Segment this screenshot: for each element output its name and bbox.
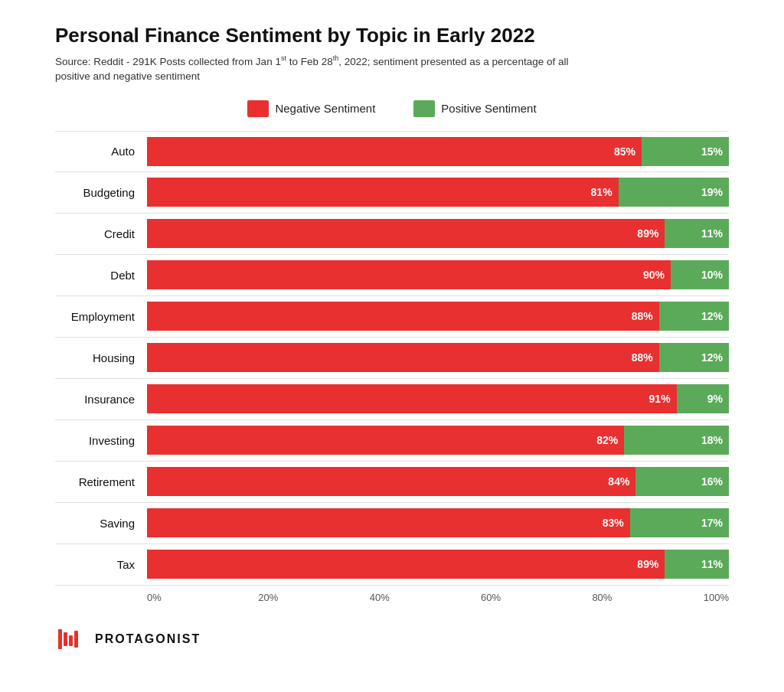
bar-label: Credit (55, 227, 147, 240)
x-tick: 80% (592, 592, 703, 603)
x-tick: 60% (481, 592, 592, 603)
chart-title: Personal Finance Sentiment by Topic in E… (55, 24, 729, 47)
bar-label: Auto (55, 145, 147, 158)
bar-negative-pct: 81% (591, 186, 612, 198)
bar-negative: 91% (147, 384, 677, 413)
subtitle-sup1: st (281, 54, 286, 62)
legend-positive: Positive Sentiment (413, 100, 536, 117)
bar-negative-pct: 88% (632, 310, 653, 322)
logo-icon (55, 625, 84, 654)
bar-positive: 12% (659, 343, 729, 372)
bar-positive-pct: 17% (701, 517, 723, 529)
subtitle-text2: to Feb 28 (286, 55, 333, 67)
bar-negative: 84% (147, 467, 635, 496)
bar-negative: 88% (147, 302, 659, 331)
bar-track: 89%11% (147, 550, 729, 579)
bar-positive-pct: 10% (701, 269, 723, 281)
bar-positive: 18% (624, 426, 729, 455)
bar-positive-pct: 15% (701, 145, 723, 158)
bar-label: Housing (55, 351, 147, 364)
bar-negative-pct: 89% (637, 227, 658, 240)
chart-subtitle: Source: Reddit - 291K Posts collected fr… (55, 54, 576, 85)
bar-label: Tax (55, 558, 147, 571)
bar-track: 88%12% (147, 302, 729, 331)
bar-positive: 17% (630, 508, 729, 537)
x-tick: 100% (704, 592, 729, 603)
bar-label: Investing (55, 434, 147, 447)
bar-positive-pct: 16% (701, 475, 723, 488)
chart-footer: PROTAGONIST (55, 625, 729, 654)
bar-track: 89%11% (147, 219, 729, 248)
x-tick: 20% (258, 592, 369, 603)
svg-rect-1 (64, 632, 67, 646)
bar-track: 91%9% (147, 384, 729, 413)
bar-row: Credit89%11% (55, 214, 729, 255)
x-tick: 0% (147, 592, 258, 603)
bar-row: Auto85%15% (55, 131, 729, 172)
bar-positive: 16% (635, 467, 729, 496)
bar-positive-pct: 12% (701, 351, 723, 364)
bar-positive-pct: 11% (701, 558, 723, 570)
bar-positive: 9% (677, 384, 729, 413)
bar-negative-pct: 89% (637, 558, 658, 570)
bar-positive: 15% (642, 137, 729, 166)
chart-bars: Auto85%15%Budgeting81%19%Credit89%11%Deb… (55, 131, 729, 586)
legend-negative-label: Negative Sentiment (275, 102, 375, 115)
bar-row: Housing88%12% (55, 338, 729, 379)
bar-positive-pct: 11% (701, 227, 723, 240)
bar-positive: 11% (665, 219, 729, 248)
subtitle-text1: Source: Reddit - 291K Posts collected fr… (55, 55, 281, 67)
bar-row: Insurance91%9% (55, 379, 729, 420)
bar-negative-pct: 91% (649, 393, 671, 405)
bar-row: Saving83%17% (55, 503, 729, 544)
bar-label: Budgeting (55, 186, 147, 199)
bar-negative: 88% (147, 343, 659, 372)
bar-positive: 10% (671, 260, 729, 289)
bar-negative: 89% (147, 219, 665, 248)
bar-negative-pct: 90% (643, 269, 665, 281)
bar-row: Tax89%11% (55, 544, 729, 586)
x-tick: 40% (370, 592, 481, 603)
svg-rect-2 (69, 635, 73, 646)
bar-label: Debt (55, 269, 147, 282)
bar-negative-pct: 82% (596, 434, 618, 446)
svg-rect-0 (58, 629, 62, 649)
bar-positive: 12% (659, 302, 729, 331)
legend-positive-label: Positive Sentiment (441, 102, 536, 115)
bar-positive: 11% (665, 550, 729, 579)
bar-track: 85%15% (147, 137, 729, 166)
logo-text: PROTAGONIST (95, 632, 201, 646)
bar-row: Debt90%10% (55, 255, 729, 296)
bar-track: 88%12% (147, 343, 729, 372)
bar-row: Investing82%18% (55, 420, 729, 462)
bar-label: Insurance (55, 393, 147, 406)
bar-negative: 90% (147, 260, 671, 289)
bar-label: Saving (55, 517, 147, 530)
bar-track: 90%10% (147, 260, 729, 289)
bar-negative: 81% (147, 178, 619, 207)
bar-track: 82%18% (147, 426, 729, 455)
bar-row: Retirement84%16% (55, 462, 729, 503)
positive-color-swatch (413, 100, 435, 117)
bar-negative: 89% (147, 550, 665, 579)
bar-label: Employment (55, 310, 147, 323)
bar-negative-pct: 85% (614, 145, 635, 158)
bar-row: Employment88%12% (55, 296, 729, 338)
bar-negative-pct: 84% (608, 475, 629, 488)
bar-negative: 82% (147, 426, 624, 455)
legend-negative: Negative Sentiment (247, 100, 375, 117)
bar-positive-pct: 19% (701, 186, 723, 198)
bar-label: Retirement (55, 475, 147, 488)
x-axis: 0%20%40%60%80%100% (147, 592, 729, 603)
bar-track: 83%17% (147, 508, 729, 537)
bar-positive-pct: 12% (701, 310, 723, 322)
bar-negative: 85% (147, 137, 642, 166)
bar-negative-pct: 88% (632, 351, 653, 364)
bar-positive-pct: 18% (701, 434, 723, 446)
chart-legend: Negative Sentiment Positive Sentiment (55, 100, 729, 117)
negative-color-swatch (247, 100, 269, 117)
bar-row: Budgeting81%19% (55, 172, 729, 214)
bar-negative-pct: 83% (603, 517, 624, 529)
svg-rect-3 (74, 631, 78, 648)
bar-positive: 19% (619, 178, 729, 207)
